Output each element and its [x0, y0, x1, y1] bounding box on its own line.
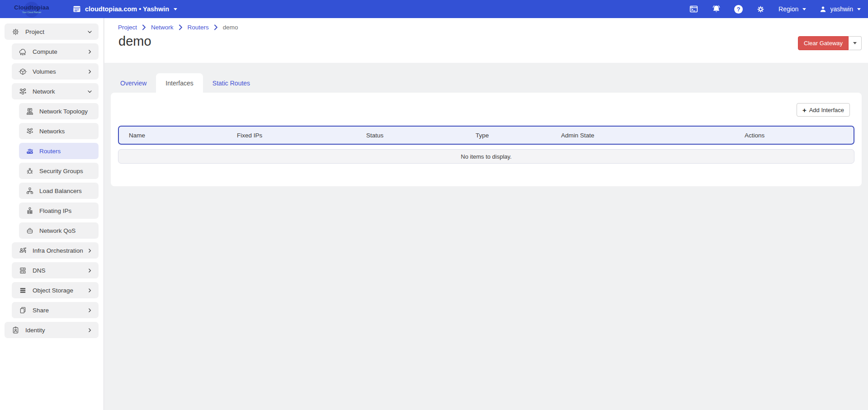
sidebar-item-network-topology[interactable]: Network Topology: [19, 103, 99, 119]
breadcrumb-link-routers[interactable]: Routers: [188, 24, 209, 31]
sidebar-navigation: Project Compute Volumes: [0, 18, 104, 410]
share-pages-icon: [19, 306, 27, 315]
page-header: Project Network Routers demo demo Clear …: [104, 18, 868, 63]
column-header-name: Name: [119, 132, 227, 139]
orchestration-users-icon: [19, 246, 27, 255]
clear-gateway-button[interactable]: Clear Gateway: [798, 36, 849, 50]
top-navbar: Cloudtopiaa Your Cloud Partner cloudtopi…: [0, 0, 868, 18]
sidebar-item-label: Networks: [39, 128, 65, 135]
breadcrumb: Project Network Routers demo: [118, 24, 862, 31]
qos-bag-icon: [26, 226, 34, 235]
chevron-right-icon: [87, 268, 93, 273]
empty-table-row: No items to display.: [118, 149, 854, 164]
project-switcher-label: cloudtopiaa.com • Yashwin: [85, 5, 169, 13]
chevron-down-icon: [857, 8, 861, 10]
chevron-right-icon: [214, 24, 218, 30]
sidebar-item-label: Infra Orchestration: [33, 247, 83, 254]
username-label: yashwin: [830, 5, 853, 13]
sidebar-item-networks[interactable]: Networks: [19, 123, 99, 139]
region-dropdown[interactable]: Region: [778, 5, 806, 13]
gear-icon: [756, 5, 765, 14]
sidebar-item-volumes[interactable]: Volumes: [12, 63, 99, 80]
sidebar-item-project[interactable]: Project: [5, 24, 99, 40]
page-title: demo: [118, 34, 151, 49]
sidebar-item-floating-ips[interactable]: Floating IPs: [19, 203, 99, 219]
breadcrumb-link-network[interactable]: Network: [151, 24, 174, 31]
load-balancer-icon: [26, 187, 34, 195]
sidebar-item-routers[interactable]: Routers: [19, 143, 99, 159]
sidebar-item-label: Volumes: [33, 68, 56, 75]
sidebar-item-label: Floating IPs: [39, 207, 71, 214]
sidebar-item-label: DNS: [33, 267, 46, 274]
detail-tabs: Overview Interfaces Static Routes: [111, 73, 868, 93]
brand-logo[interactable]: Cloudtopiaa Your Cloud Partner: [3, 5, 61, 14]
sidebar-item-label: Network: [33, 88, 55, 95]
sidebar-item-label: Project: [25, 28, 44, 35]
main-content: Project Network Routers demo demo Clear …: [104, 18, 868, 410]
column-header-actions: Actions: [735, 132, 854, 139]
user-menu-dropdown[interactable]: yashwin: [819, 5, 861, 13]
sidebar-item-security-groups[interactable]: Security Groups: [19, 163, 99, 179]
identity-badge-icon: [11, 326, 20, 335]
chevron-down-icon: [174, 8, 177, 10]
sidebar-item-network-qos[interactable]: Network QoS: [19, 222, 99, 239]
application-window: Cloudtopiaa Your Cloud Partner cloudtopi…: [0, 0, 868, 410]
empty-message: No items to display.: [461, 153, 511, 160]
chevron-down-icon: [87, 29, 93, 35]
console-button[interactable]: [689, 5, 698, 14]
sidebar-item-network[interactable]: Network: [12, 83, 99, 99]
plus-icon: +: [802, 106, 807, 114]
dns-server-icon: [19, 266, 27, 275]
chevron-right-icon: [87, 248, 93, 254]
table-actions: + Add Interface: [118, 93, 854, 117]
sidebar-item-infra-orchestration[interactable]: Infra Orchestration: [12, 242, 99, 259]
tab-static-routes[interactable]: Static Routes: [203, 73, 259, 93]
breadcrumb-current: demo: [223, 24, 238, 31]
tab-interfaces[interactable]: Interfaces: [156, 73, 203, 93]
sidebar-item-label: Object Storage: [33, 287, 73, 294]
security-bug-icon: [26, 167, 34, 175]
sidebar-item-identity[interactable]: Identity: [5, 322, 99, 338]
sidebar-item-compute[interactable]: Compute: [12, 43, 99, 60]
sidebar-item-label: Security Groups: [39, 168, 83, 174]
sidebar-item-share[interactable]: Share: [12, 302, 99, 318]
region-label: Region: [778, 5, 798, 13]
floating-ip-icon: [26, 207, 34, 215]
storage-bars-icon: [19, 286, 27, 295]
brand-logo-title: Cloudtopiaa: [3, 5, 61, 10]
sidebar-item-label: Network Topology: [39, 108, 88, 115]
add-interface-button[interactable]: + Add Interface: [797, 103, 850, 117]
interfaces-panel: + Add Interface Name Fixed IPs Status Ty…: [111, 93, 862, 186]
help-button[interactable]: ?: [734, 5, 743, 14]
chevron-right-icon: [87, 327, 93, 333]
chevron-right-icon: [87, 69, 93, 75]
sidebar-item-label: Load Balancers: [39, 188, 82, 194]
chevron-down-icon: [853, 42, 857, 44]
breadcrumb-link-project[interactable]: Project: [118, 24, 137, 31]
chevron-right-icon: [142, 24, 146, 30]
topology-icon: [26, 107, 34, 115]
sidebar-item-object-storage[interactable]: Object Storage: [12, 282, 99, 298]
brand-logo-tagline: Your Cloud Partner: [3, 11, 61, 14]
interfaces-table-header: Name Fixed IPs Status Type Admin State A…: [118, 126, 854, 145]
project-switcher-dropdown[interactable]: cloudtopiaa.com • Yashwin: [72, 5, 177, 14]
notifications-button[interactable]: [712, 5, 721, 14]
more-actions-toggle[interactable]: [849, 36, 862, 50]
settings-button[interactable]: [756, 5, 765, 14]
bell-icon: [712, 5, 721, 14]
sidebar-item-label: Routers: [39, 148, 61, 155]
sidebar-item-dns[interactable]: DNS: [12, 262, 99, 278]
network-nodes-icon: [19, 87, 27, 96]
user-icon: [819, 5, 827, 13]
sidebar-item-label: Network QoS: [39, 227, 75, 234]
add-interface-label: Add Interface: [809, 107, 844, 113]
column-header-type: Type: [466, 132, 551, 139]
chevron-right-icon: [87, 287, 93, 293]
help-icon: ?: [734, 5, 743, 14]
sidebar-item-load-balancers[interactable]: Load Balancers: [19, 183, 99, 199]
column-header-status: Status: [356, 132, 466, 139]
router-actions-group: Clear Gateway: [798, 36, 862, 50]
tab-overview[interactable]: Overview: [111, 73, 156, 93]
chevron-down-icon: [87, 89, 93, 94]
cube-icon: [19, 67, 27, 76]
